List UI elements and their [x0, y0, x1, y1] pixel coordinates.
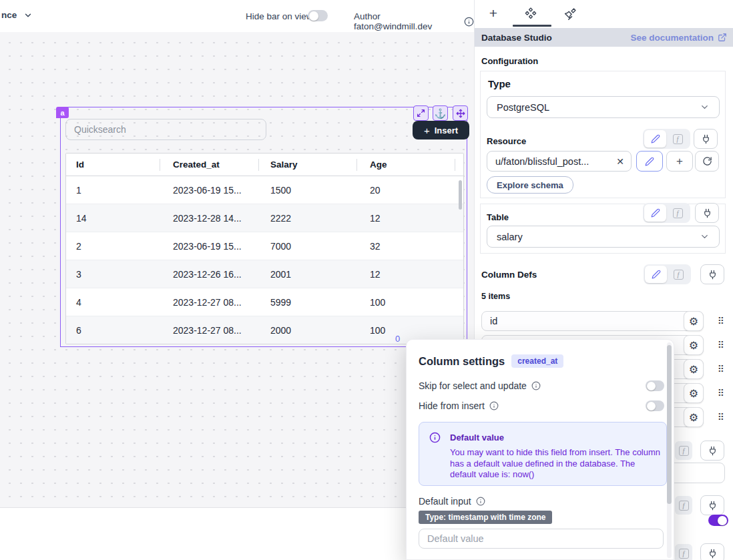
column-header[interactable]: Created_at — [173, 160, 220, 170]
component-id-badge: a — [56, 107, 69, 118]
cell-age: 32 — [370, 241, 381, 252]
table-row[interactable]: 1 2023-06-19 15... 1500 20 — [66, 176, 463, 204]
cell-age: 100 — [370, 297, 385, 308]
static-mode-button[interactable] — [644, 204, 666, 222]
clear-icon[interactable]: ✕ — [616, 156, 624, 167]
expand-handle-button[interactable] — [413, 105, 429, 121]
refresh-resource-button[interactable] — [695, 151, 719, 172]
cell-created-at: 2023-12-26 16... — [173, 269, 242, 280]
column-settings-button[interactable]: ⚙ — [684, 335, 704, 355]
cell-age: 20 — [370, 185, 381, 196]
chevron-down-icon — [700, 232, 710, 242]
plus-icon: + — [489, 5, 497, 21]
modal-title: Column settings — [419, 355, 505, 368]
skip-select-update-toggle[interactable] — [646, 380, 664, 391]
connect-input-button[interactable] — [700, 441, 724, 461]
drag-handle-icon[interactable]: ⠿ — [716, 410, 726, 425]
table-row[interactable]: 2 2023-06-19 15... 7000 32 — [66, 232, 463, 260]
hide-from-insert-label: Hide from insert — [419, 400, 485, 411]
column-header[interactable]: Id — [76, 160, 84, 170]
author-label-wrap: Author faton@windmill.dev — [354, 11, 474, 31]
column-settings-button[interactable]: ⚙ — [684, 311, 704, 331]
tab-component-settings[interactable] — [523, 5, 539, 21]
drag-handle-icon[interactable]: ⠿ — [716, 338, 726, 352]
column-name-badge: created_at — [511, 354, 563, 368]
drag-handle-icon[interactable]: ⠿ — [716, 362, 726, 376]
gear-icon: ⚙ — [689, 315, 698, 328]
panel-title: Database Studio — [481, 33, 552, 43]
edit-resource-button[interactable] — [636, 151, 663, 172]
info-icon[interactable] — [476, 497, 485, 506]
column-separator — [258, 159, 259, 171]
cell-salary: 7000 — [270, 241, 291, 252]
table-row[interactable]: 3 2023-12-26 16... 2001 12 — [66, 260, 463, 288]
modal-scrollbar-thumb[interactable] — [667, 345, 672, 504]
table-scrollbar[interactable] — [459, 180, 462, 210]
expression-mode-button[interactable]: f — [668, 130, 688, 148]
info-icon[interactable] — [531, 381, 541, 390]
table-select[interactable]: salary — [487, 226, 720, 248]
expression-mode-button[interactable]: f — [675, 496, 692, 515]
connect-column-defs-button[interactable] — [700, 264, 724, 284]
connect-input-button[interactable] — [700, 495, 724, 515]
hide-from-insert-toggle[interactable] — [646, 400, 664, 411]
component-diamonds-icon — [524, 7, 537, 20]
table-row[interactable]: 6 2023-12-27 08... 2000 100 — [66, 316, 463, 344]
connect-input-button[interactable] — [700, 543, 724, 560]
cell-id: 3 — [76, 269, 81, 280]
tab-add-component[interactable]: + — [485, 5, 501, 21]
cell-age: 100 — [370, 325, 385, 336]
pagination-fragment: 0 — [395, 334, 400, 344]
truncated-dropdown[interactable]: nce — [1, 10, 33, 20]
editor-canvas[interactable]: a ⚓ + Insert Id — [0, 32, 474, 508]
quicksearch-input[interactable] — [65, 119, 266, 140]
static-mode-button[interactable] — [645, 266, 667, 283]
drag-handle-icon[interactable]: ⠿ — [716, 386, 726, 400]
pencil-icon — [645, 157, 654, 166]
maximize-icon — [417, 109, 425, 117]
move-handle-button[interactable] — [453, 105, 468, 121]
anchor-handle-button[interactable]: ⚓ — [433, 105, 448, 121]
expression-mode-button[interactable]: f — [668, 266, 688, 283]
see-documentation-link[interactable]: See documentation — [630, 33, 727, 43]
connect-table-button[interactable] — [695, 203, 719, 223]
static-mode-button[interactable] — [644, 130, 666, 148]
drag-handle-icon[interactable]: ⠿ — [716, 314, 726, 328]
table-header-row: Id Created_at Salary Age — [66, 154, 463, 176]
function-icon: f — [679, 501, 689, 511]
gear-icon: ⚙ — [689, 387, 698, 400]
column-name-input[interactable] — [481, 311, 704, 331]
column-settings-button[interactable]: ⚙ — [684, 383, 704, 403]
info-icon[interactable] — [464, 17, 474, 27]
default-value-input[interactable] — [419, 529, 664, 549]
type-select[interactable]: PostgreSQL — [487, 96, 720, 118]
connect-resource-button[interactable] — [694, 129, 718, 149]
column-header[interactable]: Age — [370, 160, 387, 170]
add-resource-button[interactable]: + — [666, 151, 693, 172]
table-row[interactable]: 14 2023-12-28 14... 2222 12 — [66, 204, 463, 232]
pencil-icon — [651, 208, 660, 218]
table-row[interactable]: 4 2023-12-27 08... 5999 100 — [66, 288, 463, 316]
insert-button[interactable]: + Insert — [413, 121, 469, 139]
explore-schema-button[interactable]: Explore schema — [487, 176, 573, 194]
expression-mode-button[interactable]: f — [668, 204, 688, 222]
tab-styling[interactable] — [562, 5, 578, 21]
column-settings-button[interactable]: ⚙ — [684, 359, 704, 379]
resource-label: Resource — [487, 136, 526, 146]
cell-salary: 2222 — [270, 213, 291, 224]
column-settings-button[interactable]: ⚙ — [684, 407, 704, 427]
expression-mode-button[interactable]: f — [675, 544, 692, 560]
function-icon: f — [679, 446, 689, 456]
hide-bar-toggle[interactable] — [308, 10, 328, 21]
paintbrush-icon — [564, 7, 577, 20]
column-settings-modal: Column settings created_at Skip for sele… — [406, 339, 674, 560]
expression-mode-button[interactable]: f — [675, 441, 692, 460]
resource-value-input[interactable] — [495, 156, 602, 167]
column-header[interactable]: Salary — [270, 160, 298, 170]
info-icon[interactable] — [489, 401, 499, 410]
insert-button-label: Insert — [435, 125, 458, 135]
default-value-alert: Default value You may want to hide this … — [419, 422, 667, 486]
config-toggle-on[interactable] — [708, 515, 728, 526]
resource-value-field[interactable]: ✕ — [487, 151, 632, 172]
database-studio-component[interactable]: a ⚓ + Insert Id — [60, 107, 467, 347]
